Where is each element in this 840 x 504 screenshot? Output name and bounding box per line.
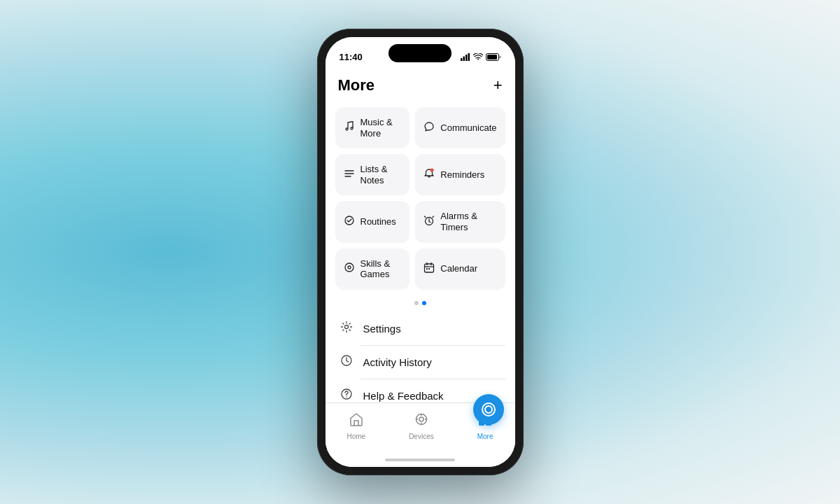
home-indicator [326, 453, 515, 467]
app-content: More + Music & More [326, 68, 515, 467]
alarms-label: Alarms & Timers [440, 211, 496, 232]
communicate-icon [424, 121, 435, 135]
svg-point-22 [419, 417, 424, 421]
svg-point-10 [345, 216, 354, 225]
svg-point-13 [348, 266, 351, 269]
svg-rect-0 [461, 58, 463, 61]
music-icon [344, 121, 355, 135]
grid-item-skills[interactable]: Skills & Games [335, 248, 410, 290]
lists-icon [344, 168, 355, 182]
dot-2 [422, 301, 426, 305]
dots-indicator [335, 297, 505, 309]
svg-rect-3 [468, 53, 470, 61]
status-time: 11:40 [340, 52, 363, 62]
devices-nav-label: Devices [409, 433, 434, 440]
list-section: Settings Activity History [335, 309, 505, 402]
skills-label: Skills & Games [360, 258, 402, 280]
svg-point-12 [345, 263, 354, 272]
wifi-icon [473, 53, 483, 61]
skills-icon [344, 262, 355, 276]
calendar-label: Calendar [440, 263, 477, 274]
calendar-icon [424, 262, 435, 276]
devices-icon [414, 412, 429, 430]
lists-label: Lists & Notes [360, 164, 402, 186]
grid-item-calendar[interactable]: Calendar [415, 248, 505, 290]
dot-1 [414, 301, 419, 305]
dynamic-island [388, 44, 451, 62]
grid-item-alarms[interactable]: Alarms & Timers [415, 201, 505, 242]
alarms-icon [424, 215, 435, 229]
svg-rect-15 [426, 268, 428, 270]
reminders-label: Reminders [440, 169, 484, 181]
activity-icon [338, 354, 355, 370]
activity-label: Activity History [363, 356, 432, 368]
page-title: More [338, 76, 375, 94]
svg-point-9 [430, 168, 434, 172]
status-bar: 11:40 [326, 37, 515, 68]
signal-icon [461, 53, 470, 61]
music-label: Music & More [360, 117, 402, 139]
svg-point-17 [344, 325, 348, 328]
communicate-label: Communicate [440, 122, 496, 134]
alexa-fab-icon [482, 402, 496, 416]
grid-item-music[interactable]: Music & More [335, 107, 410, 148]
nav-item-home[interactable]: Home [335, 409, 377, 443]
grid-item-reminders[interactable]: Reminders [415, 154, 505, 195]
nav-item-devices[interactable]: Devices [398, 409, 445, 443]
routines-icon [344, 215, 355, 229]
svg-rect-1 [463, 56, 465, 61]
more-nav-label: More [477, 433, 493, 440]
app-header: More + [326, 68, 515, 102]
phone-frame: 11:40 [317, 29, 524, 475]
grid-item-communicate[interactable]: Communicate [415, 107, 505, 148]
settings-icon [338, 321, 355, 337]
list-item-settings[interactable]: Settings [335, 312, 505, 345]
help-label: Help & Feedback [363, 390, 444, 402]
svg-rect-5 [487, 55, 497, 59]
status-icons [461, 53, 501, 61]
scroll-content: Music & More Communicate [326, 102, 515, 402]
svg-rect-2 [465, 55, 468, 61]
list-item-activity[interactable]: Activity History [335, 346, 505, 379]
alexa-fab[interactable] [473, 394, 504, 425]
help-icon [338, 388, 355, 402]
home-icon [349, 412, 364, 430]
grid-item-routines[interactable]: Routines [335, 201, 410, 242]
reminders-icon [424, 168, 435, 182]
grid-section: Music & More Communicate [335, 107, 505, 290]
grid-item-lists[interactable]: Lists & Notes [335, 154, 410, 195]
settings-label: Settings [363, 323, 401, 335]
svg-rect-16 [428, 268, 430, 270]
battery-icon [486, 53, 501, 61]
svg-point-20 [346, 396, 347, 398]
home-bar [385, 458, 455, 461]
add-button[interactable]: + [493, 78, 503, 93]
routines-label: Routines [360, 216, 396, 227]
phone-screen: 11:40 [326, 37, 515, 467]
home-nav-label: Home [346, 433, 365, 440]
